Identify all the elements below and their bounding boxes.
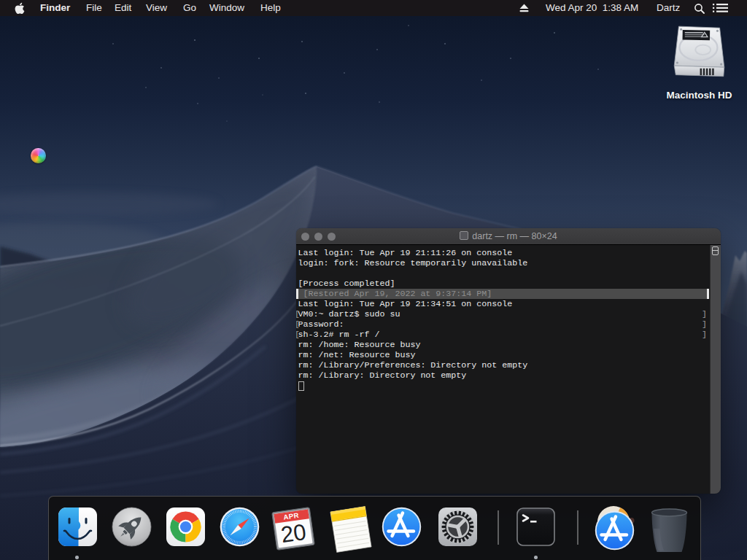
svg-text:20: 20: [279, 519, 308, 548]
